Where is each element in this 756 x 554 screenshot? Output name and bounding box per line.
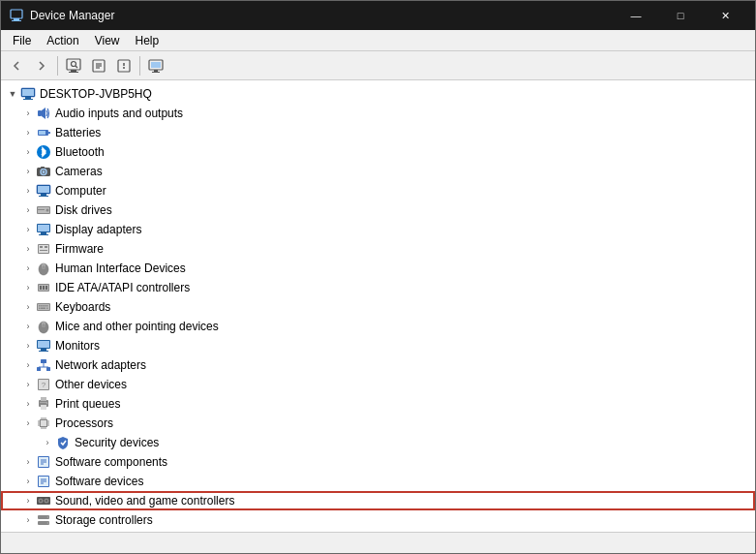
firmware-label: Firmware <box>55 242 104 256</box>
processors-icon <box>36 416 51 431</box>
softwarecomp-expand-arrow: › <box>20 454 36 470</box>
menu-file[interactable]: File <box>5 32 39 49</box>
menu-view[interactable]: View <box>87 32 128 49</box>
status-bar <box>1 532 755 553</box>
tree-item-print[interactable]: › Print queues <box>1 394 755 414</box>
svg-rect-87 <box>41 405 46 410</box>
storage-icon <box>36 512 51 528</box>
tree-item-security[interactable]: › Security devices <box>1 433 755 452</box>
toolbar <box>1 51 755 80</box>
svg-rect-74 <box>39 351 48 352</box>
tree-item-processors[interactable]: › <box>1 414 755 433</box>
svg-point-118 <box>45 500 47 502</box>
tree-item-hid[interactable]: › Human Interface Devices <box>1 259 755 278</box>
menu-help[interactable]: Help <box>128 32 167 49</box>
window-controls: — □ ✕ <box>614 1 747 30</box>
root-label: DESKTOP-JVBP5HQ <box>40 87 152 101</box>
svg-rect-62 <box>43 305 45 307</box>
svg-rect-34 <box>39 196 48 197</box>
svg-rect-17 <box>152 72 160 73</box>
svg-rect-26 <box>39 131 45 135</box>
network-expand-arrow: › <box>20 357 36 373</box>
root-expand-arrow: ▼ <box>5 86 20 102</box>
svg-rect-22 <box>22 89 34 96</box>
svg-rect-35 <box>38 186 49 193</box>
mice-label: Mice and other pointing devices <box>55 320 219 333</box>
tree-item-ide[interactable]: › IDE ATA/ATAPI controllers <box>1 278 755 297</box>
toolbar-separator-2 <box>139 56 140 76</box>
print-expand-arrow: › <box>20 396 36 412</box>
svg-point-6 <box>72 61 76 66</box>
hid-label: Human Interface Devices <box>55 262 186 275</box>
security-icon <box>55 435 71 450</box>
close-button[interactable]: ✕ <box>703 1 747 30</box>
tree-item-softwarecomp[interactable]: › Software components <box>1 452 755 472</box>
toolbar-update-button[interactable] <box>87 54 110 77</box>
svg-rect-65 <box>39 308 41 310</box>
toolbar-properties-button[interactable] <box>112 54 136 77</box>
toolbar-scan-button[interactable] <box>62 54 85 77</box>
disk-expand-arrow: › <box>20 202 36 218</box>
keyboards-label: Keyboards <box>55 300 110 314</box>
tree-item-bluetooth[interactable]: › Bluetooth <box>1 142 755 162</box>
computer2-icon <box>36 183 51 199</box>
tree-item-softwaredev[interactable]: › Software devices <box>1 472 755 491</box>
print-label: Print queues <box>55 397 120 411</box>
network-icon <box>36 357 51 373</box>
tree-item-mice[interactable]: › Mice and other pointing devices <box>1 317 755 336</box>
menu-action[interactable]: Action <box>39 32 86 49</box>
sound-expand-arrow: › <box>20 493 36 508</box>
toolbar-back-button[interactable] <box>5 54 28 77</box>
svg-rect-39 <box>38 209 45 210</box>
tree-item-network[interactable]: › Network adapters <box>1 355 755 375</box>
svg-line-7 <box>76 66 77 68</box>
tree-item-audio[interactable]: › Audio inputs and outputs <box>1 104 755 123</box>
network-label: Network adapters <box>55 358 146 372</box>
tree-item-other[interactable]: › ? Other devices <box>1 375 755 394</box>
tree-item-cameras[interactable]: › Cameras <box>1 162 755 181</box>
audio-icon <box>36 106 51 121</box>
tree-item-firmware[interactable]: › Firmware <box>1 239 755 259</box>
svg-text:?: ? <box>42 381 46 389</box>
toolbar-forward-button[interactable] <box>30 54 53 77</box>
keyboards-expand-arrow: › <box>20 299 36 315</box>
svg-rect-5 <box>69 72 78 73</box>
audio-label: Audio inputs and outputs <box>55 107 183 120</box>
svg-rect-47 <box>45 246 47 248</box>
svg-rect-60 <box>39 305 41 307</box>
svg-rect-42 <box>39 234 48 235</box>
svg-rect-41 <box>41 232 46 234</box>
tree-root[interactable]: ▼ DESKTOP-JVBP5HQ <box>1 84 755 104</box>
toolbar-display-button[interactable] <box>144 54 167 77</box>
tree-item-keyboards[interactable]: › Keyboards <box>1 297 755 317</box>
tree-item-display[interactable]: › Display adapters <box>1 220 755 239</box>
tree-item-monitors[interactable]: › Monitors <box>1 336 755 355</box>
svg-rect-20 <box>25 97 31 99</box>
svg-rect-63 <box>45 305 46 307</box>
tree-view[interactable]: ▼ DESKTOP-JVBP5HQ › <box>1 80 755 532</box>
menu-bar: File Action View Help <box>1 30 755 51</box>
monitors-expand-arrow: › <box>20 338 36 354</box>
svg-rect-76 <box>41 359 46 363</box>
computer-label: Computer <box>55 184 106 198</box>
svg-point-38 <box>46 209 49 212</box>
svg-point-14 <box>123 67 125 69</box>
cameras-label: Cameras <box>55 165 103 178</box>
svg-point-30 <box>43 170 45 173</box>
tree-item-computer[interactable]: › Computer <box>1 181 755 200</box>
svg-rect-0 <box>11 10 22 18</box>
svg-rect-78 <box>46 367 50 371</box>
hid-icon <box>36 261 51 276</box>
tree-item-sound[interactable]: › Sound, video and game controllers <box>1 491 755 510</box>
other-expand-arrow: › <box>20 377 36 392</box>
svg-rect-33 <box>41 194 46 196</box>
tree-item-storage[interactable]: › Storage controllers <box>1 510 755 530</box>
softwaredev-expand-arrow: › <box>20 474 36 489</box>
svg-rect-31 <box>41 167 45 169</box>
tree-item-batteries[interactable]: › Batteries <box>1 123 755 142</box>
print-icon <box>36 396 51 412</box>
tree-item-disk[interactable]: › Disk drives <box>1 200 755 220</box>
minimize-button[interactable]: — <box>614 1 658 30</box>
svg-rect-88 <box>40 402 47 403</box>
maximize-button[interactable]: □ <box>658 1 703 30</box>
